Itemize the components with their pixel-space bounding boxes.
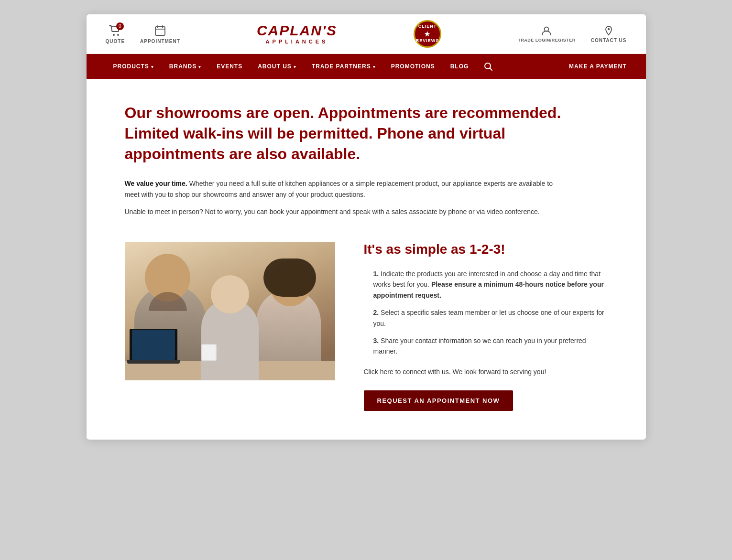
nav-blog[interactable]: BLOG — [443, 54, 477, 79]
products-chevron: ▾ — [151, 65, 154, 69]
request-appointment-button[interactable]: REQUEST AN APPOINTMENT NOW — [364, 390, 513, 411]
laptop-screen — [130, 329, 177, 362]
reviews-line1: CLIENT — [418, 24, 437, 30]
search-icon — [484, 62, 492, 71]
page-wrapper: 0 QUOTE APPOINTMENT CAPLAN'S — [87, 14, 646, 440]
meeting-image-inner — [125, 242, 335, 380]
step-3-text: Share your contact information so we can… — [373, 337, 586, 355]
svg-point-0 — [113, 34, 115, 36]
reviews-badge[interactable]: CLIENT ★ REVIEWS — [414, 20, 441, 48]
nav-events[interactable]: EVENTS — [209, 54, 250, 79]
brands-chevron: ▾ — [198, 65, 201, 69]
svg-line-9 — [490, 68, 492, 70]
nav-trade-partners[interactable]: TRADE PARTNERS ▾ — [304, 54, 383, 79]
user-icon — [541, 25, 552, 36]
trade-chevron: ▾ — [373, 65, 376, 69]
logo-sub: APPLIANCES — [266, 39, 328, 44]
top-bar-right: TRADE LOGIN/REGISTER CONTACT US — [518, 25, 626, 43]
svg-point-8 — [485, 63, 491, 69]
cart-badge: 0 — [116, 22, 124, 30]
appointment-button[interactable]: APPOINTMENT — [140, 24, 180, 44]
quote-label: QUOTE — [106, 39, 125, 44]
nav-bar: PRODUCTS ▾ BRANDS ▾ EVENTS ABOUT US ▾ TR… — [87, 54, 646, 79]
trade-login-button[interactable]: TRADE LOGIN/REGISTER — [518, 25, 576, 43]
quote-button[interactable]: 0 QUOTE — [106, 24, 125, 44]
main-content: Our showrooms are open. Appointments are… — [87, 79, 646, 440]
nav-brands[interactable]: BRANDS ▾ — [162, 54, 209, 79]
click-connect-text: Click here to connect with us. We look f… — [364, 366, 608, 377]
meeting-image — [125, 242, 335, 380]
location-icon — [603, 25, 614, 36]
trade-label: TRADE LOGIN/REGISTER — [518, 38, 576, 43]
reviews-line2: REVIEWS — [416, 38, 439, 44]
contact-label: CONTACT US — [591, 38, 627, 43]
step-2-number: 2. — [373, 309, 381, 316]
person-center-head — [211, 275, 249, 313]
calendar-icon — [154, 25, 166, 36]
nav-promotions[interactable]: PROMOTIONS — [383, 54, 443, 79]
section-title: It's as simple as 1-2-3! — [364, 242, 608, 257]
body-text-1: Whether you need a full suite of kitchen… — [125, 180, 553, 199]
step-3-number: 3. — [373, 337, 381, 345]
nav-items: PRODUCTS ▾ BRANDS ▾ EVENTS ABOUT US ▾ TR… — [106, 54, 569, 79]
two-col-section: It's as simple as 1-2-3! 1. Indicate the… — [125, 242, 608, 411]
cart-icon-wrap: 0 — [109, 24, 122, 37]
body-strong: We value your time. — [125, 180, 187, 187]
top-bar: 0 QUOTE APPOINTMENT CAPLAN'S — [87, 14, 646, 54]
step-2: 2. Select a specific sales team member o… — [364, 307, 608, 329]
mug — [201, 344, 217, 361]
page-headline: Our showrooms are open. Appointments are… — [125, 103, 565, 165]
nav-products[interactable]: PRODUCTS ▾ — [106, 54, 162, 79]
contact-button[interactable]: CONTACT US — [591, 25, 627, 43]
text-column: It's as simple as 1-2-3! 1. Indicate the… — [364, 242, 608, 411]
logo[interactable]: CAPLAN'S APPLIANCES — [257, 23, 337, 44]
step-1: 1. Indicate the products you are interes… — [364, 269, 608, 301]
make-payment-button[interactable]: MAKE A PAYMENT — [569, 63, 626, 70]
step-1-number: 1. — [373, 270, 381, 278]
svg-rect-2 — [155, 27, 165, 35]
nav-about[interactable]: ABOUT US ▾ — [250, 54, 304, 79]
top-bar-left: 0 QUOTE APPOINTMENT — [106, 24, 180, 44]
body-paragraph-1: We value your time. Whether you need a f… — [125, 178, 565, 201]
reviews-star: ★ — [424, 30, 431, 38]
about-chevron: ▾ — [294, 65, 296, 69]
step-3: 3. Share your contact information so we … — [364, 335, 608, 357]
image-column — [125, 242, 335, 380]
appointment-label: APPOINTMENT — [140, 39, 180, 44]
svg-point-7 — [608, 28, 610, 30]
person-right-hair — [263, 258, 316, 297]
steps-list: 1. Indicate the products you are interes… — [364, 269, 608, 357]
svg-point-1 — [117, 34, 119, 36]
appointment-icon-wrap — [153, 24, 167, 37]
laptop-base — [127, 360, 180, 364]
body-paragraph-2: Unable to meet in person? Not to worry, … — [125, 206, 565, 218]
logo-text: CAPLAN'S — [257, 23, 337, 38]
search-button[interactable] — [476, 54, 500, 79]
step-2-text: Select a specific sales team member or l… — [373, 309, 604, 327]
